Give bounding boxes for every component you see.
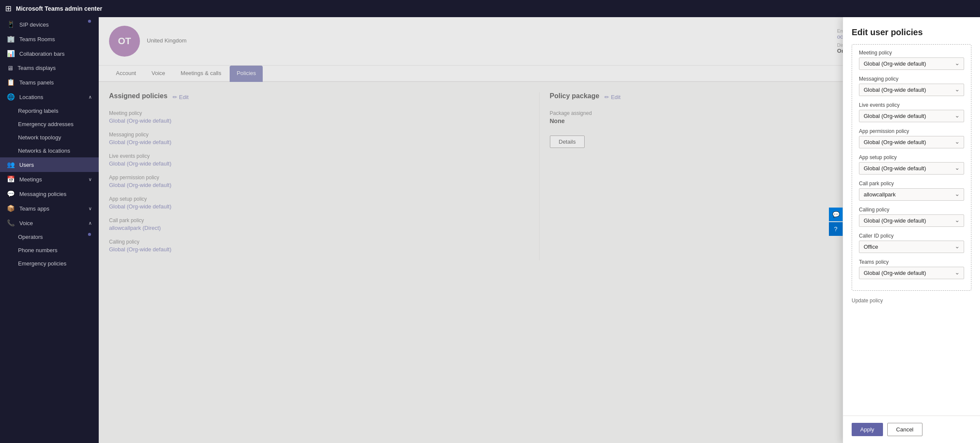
select-wrapper-calling-policy[interactable]: Global (Org-wide default) [859,214,964,227]
voice-icon: 📞 [7,219,15,227]
panel-title: Edit user policies [843,17,980,44]
sip-icon: 📱 [7,21,15,28]
sidebar-item-voice[interactable]: 📞 Voice ∧ [0,216,99,230]
select-wrapper-app-permission-policy[interactable]: Global (Org-wide default) [859,136,964,148]
meetings-chevron: ∨ [88,177,92,182]
sidebar-item-emergency-policies[interactable]: Emergency policies [0,257,99,270]
update-policy-label: Update policy [852,298,971,304]
tab-policies[interactable]: Policies [230,66,263,82]
operators-dot [88,233,91,236]
policy-item: App setup policy Global (Org-wide defaul… [109,196,529,210]
panel-field-app-setup-policy: App setup policy Global (Org-wide defaul… [859,154,964,175]
cancel-button[interactable]: Cancel [887,423,922,436]
edit-pencil-icon: ✏ [173,94,177,100]
users-icon: 👥 [7,161,15,169]
panel-footer: Apply Cancel [843,416,980,443]
sidebar-item-teams-apps[interactable]: 📦 Teams apps ∨ [0,201,99,216]
select-teams-policy[interactable]: Global (Org-wide default) [859,267,964,279]
select-caller-id-policy[interactable]: Office [859,241,964,253]
panel-field-meeting-policy: Meeting policy Global (Org-wide default) [859,50,964,70]
sidebar-item-messaging-policies[interactable]: 💬 Messaging policies [0,187,99,201]
panel-field-caller-id-policy: Caller ID policy Office [859,233,964,253]
policy-item: Live events policy Global (Org-wide defa… [109,153,529,167]
apps-chevron: ∨ [88,206,92,211]
select-meeting-policy[interactable]: Global (Org-wide default) [859,57,964,70]
assigned-policies-section: Assigned policies ✏ Edit Meeting policy … [109,92,540,260]
sidebar-item-meetings[interactable]: 📅 Meetings ∨ [0,172,99,187]
help-icon-btn[interactable]: ? [829,222,843,236]
sidebar-item-collab-bars[interactable]: 📊 Collaboration bars [0,46,99,61]
sip-dot [88,20,91,23]
package-edit-link[interactable]: ✏ Edit [604,94,620,100]
location-icon: 🌐 [7,93,15,101]
voice-chevron: ∧ [88,220,92,226]
select-app-setup-policy[interactable]: Global (Org-wide default) [859,162,964,175]
sidebar-item-teams-rooms[interactable]: 🏢 Teams Rooms [0,32,99,46]
collab-icon: 📊 [7,50,15,57]
select-live-events-policy[interactable]: Global (Org-wide default) [859,110,964,122]
app-title: Microsoft Teams admin center [16,5,102,12]
chat-icon-btn[interactable]: 💬 [829,208,843,221]
sidebar-item-emergency-addresses[interactable]: Emergency addresses [0,118,99,131]
policy-item: Calling policy Global (Org-wide default) [109,239,529,253]
panel-field-app-permission-policy: App permission policy Global (Org-wide d… [859,128,964,148]
select-wrapper-caller-id-policy[interactable]: Office [859,241,964,253]
apps-icon: 📦 [7,205,15,212]
sidebar-item-sip-devices[interactable]: 📱 SIP devices [0,17,99,32]
policy-items-list: Meeting policy Global (Org-wide default)… [109,110,529,253]
sidebar-item-teams-panels[interactable]: 📋 Teams panels [0,75,99,90]
policy-item: App permission policy Global (Org-wide d… [109,175,529,188]
select-wrapper-app-setup-policy[interactable]: Global (Org-wide default) [859,162,964,175]
assigned-edit-link[interactable]: ✏ Edit [173,94,188,100]
sidebar-item-networks-locations[interactable]: Networks & locations [0,144,99,157]
assigned-policies-title: Assigned policies [109,92,167,100]
details-button[interactable]: Details [550,136,585,148]
panel-field-call-park-policy: Call park policy allowcallpark [859,181,964,201]
package-edit-icon: ✏ [604,94,609,100]
apply-button[interactable]: Apply [852,423,883,436]
policy-package-title: Policy package [550,92,600,100]
tab-meetings-calls[interactable]: Meetings & calls [174,66,228,82]
messaging-icon: 💬 [7,190,15,198]
sidebar-item-reporting-labels[interactable]: Reporting labels [0,104,99,118]
user-info: United Kingdom [147,37,830,45]
panel-field-teams-policy: Teams policy Global (Org-wide default) [859,259,964,279]
panel-fields: Meeting policy Global (Org-wide default)… [859,50,964,279]
policy-item: Messaging policy Global (Org-wide defaul… [109,132,529,145]
panel-field-messaging-policy: Messaging policy Global (Org-wide defaul… [859,76,964,96]
avatar: OT [109,26,140,57]
assigned-policies-header: Assigned policies ✏ Edit [109,92,529,102]
select-wrapper-messaging-policy[interactable]: Global (Org-wide default) [859,84,964,96]
grid-icon[interactable]: ⊞ [5,4,12,13]
meetings-icon: 📅 [7,175,15,183]
tab-voice[interactable]: Voice [145,66,172,82]
policy-item: Call park policy allowcallpark (Direct) [109,217,529,231]
select-wrapper-call-park-policy[interactable]: allowcallpark [859,188,964,201]
sidebar-item-users[interactable]: 👥 Users [0,157,99,172]
topbar: ⊞ Microsoft Teams admin center [0,0,980,17]
sidebar: 📱 SIP devices 🏢 Teams Rooms 📊 Collaborat… [0,0,99,443]
panel-field-live-events-policy: Live events policy Global (Org-wide defa… [859,102,964,122]
locations-chevron: ∧ [88,94,92,100]
panel-body: Meeting policy Global (Org-wide default)… [843,44,980,416]
select-app-permission-policy[interactable]: Global (Org-wide default) [859,136,964,148]
sidebar-item-locations[interactable]: 🌐 Locations ∧ [0,90,99,104]
edit-user-policies-panel: Edit user policies Meeting policy Global… [843,17,980,443]
policy-item: Meeting policy Global (Org-wide default) [109,110,529,124]
sidebar-item-phone-numbers[interactable]: Phone numbers [0,244,99,257]
displays-icon: 🖥 [7,64,13,72]
select-calling-policy[interactable]: Global (Org-wide default) [859,214,964,227]
tab-account[interactable]: Account [109,66,143,82]
panels-icon: 📋 [7,78,15,86]
select-messaging-policy[interactable]: Global (Org-wide default) [859,84,964,96]
panel-fields-container: Meeting policy Global (Org-wide default)… [852,44,971,291]
select-wrapper-meeting-policy[interactable]: Global (Org-wide default) [859,57,964,70]
sidebar-item-operators[interactable]: Operators [0,230,99,244]
select-call-park-policy[interactable]: allowcallpark [859,188,964,201]
sidebar-item-network-topology[interactable]: Network topology [0,131,99,144]
select-wrapper-live-events-policy[interactable]: Global (Org-wide default) [859,110,964,122]
select-wrapper-teams-policy[interactable]: Global (Org-wide default) [859,267,964,279]
panel-field-calling-policy: Calling policy Global (Org-wide default) [859,207,964,227]
right-side-icons: 💬 ? [829,208,843,236]
sidebar-item-teams-displays[interactable]: 🖥 Teams displays [0,61,99,75]
